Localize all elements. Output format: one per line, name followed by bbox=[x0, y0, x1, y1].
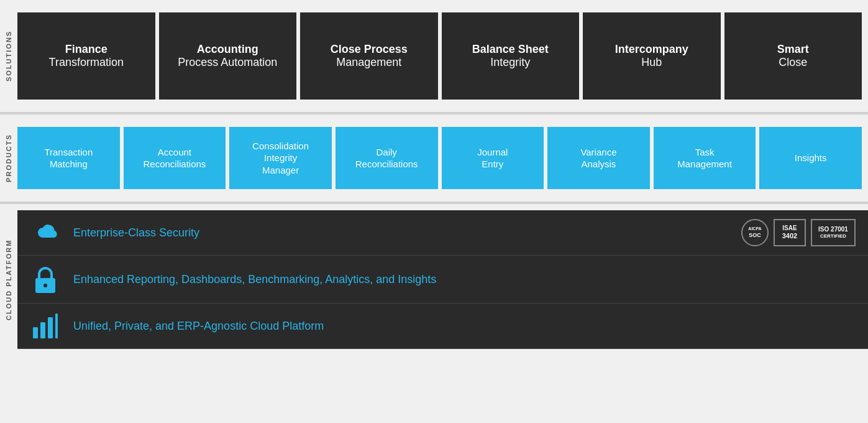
product-label-4b: Entry bbox=[482, 158, 503, 170]
solution-title-light-0: Transformation bbox=[49, 56, 124, 69]
solution-title-bold-2: Close Process bbox=[331, 43, 408, 56]
badge-iso-line2: CERTIFIED bbox=[820, 233, 846, 239]
svg-rect-4 bbox=[48, 317, 53, 338]
product-card-daily[interactable]: Daily Reconciliations bbox=[336, 127, 438, 189]
solutions-label: SOLUTIONS bbox=[0, 6, 17, 106]
cloud-row-security: Enterprise-Class Security AICPA SOC ISAE… bbox=[17, 210, 868, 256]
badge-iso: ISO 27001 CERTIFIED bbox=[811, 219, 856, 246]
cloud-icon bbox=[30, 221, 61, 244]
product-label-2: Consolidation bbox=[252, 140, 309, 152]
solutions-section: SOLUTIONS Finance Transformation Account… bbox=[0, 0, 868, 112]
lock-icon bbox=[30, 264, 61, 294]
badge-isae-line2: 3402 bbox=[782, 232, 797, 240]
solution-title-bold-5: Smart bbox=[777, 43, 809, 56]
badge-iso-line1: ISO 27001 bbox=[818, 226, 848, 233]
solution-title-light-1: Process Automation bbox=[178, 56, 277, 69]
badge-isae-line1: ISAE bbox=[782, 225, 797, 232]
products-grid: Transaction Matching Account Reconciliat… bbox=[17, 121, 868, 195]
solution-title-light-4: Hub bbox=[641, 56, 662, 69]
solution-card-balance[interactable]: Balance Sheet Integrity bbox=[442, 12, 580, 100]
cloud-row-platform: Unified, Private, and ERP-Agnostic Cloud… bbox=[17, 304, 868, 349]
product-card-task[interactable]: Task Management bbox=[654, 127, 756, 189]
products-section: PRODUCTS Transaction Matching Account Re… bbox=[0, 114, 868, 202]
product-label-6b: Management bbox=[677, 158, 732, 170]
solution-title-light-5: Close bbox=[779, 56, 807, 69]
product-label-1: Account bbox=[158, 146, 191, 159]
product-label-5b: Analysis bbox=[582, 158, 616, 170]
product-card-insights[interactable]: Insights bbox=[759, 127, 862, 189]
product-card-consolidation[interactable]: Consolidation Integrity Manager bbox=[229, 127, 332, 189]
page-wrapper: SOLUTIONS Finance Transformation Account… bbox=[0, 0, 868, 349]
product-label-1b: Reconciliations bbox=[143, 158, 206, 170]
chart-icon bbox=[30, 312, 61, 340]
solutions-grid: Finance Transformation Accounting Proces… bbox=[17, 6, 868, 106]
product-label-0b: Matching bbox=[50, 158, 88, 170]
product-label-0: Transaction bbox=[44, 146, 93, 159]
product-label-3b: Reconciliations bbox=[355, 158, 418, 170]
product-card-transaction[interactable]: Transaction Matching bbox=[17, 127, 120, 189]
product-card-account[interactable]: Account Reconciliations bbox=[124, 127, 226, 189]
cloud-platform-label: CLOUD PLATFORM bbox=[0, 210, 17, 349]
products-label: PRODUCTS bbox=[0, 121, 17, 195]
solution-card-accounting[interactable]: Accounting Process Automation bbox=[159, 12, 297, 100]
product-label-2b: Integrity bbox=[264, 152, 297, 164]
cloud-row-security-text: Enterprise-Class Security bbox=[73, 226, 741, 239]
cloud-section: CLOUD PLATFORM Enterprise-Class Security… bbox=[0, 204, 868, 349]
badge-aicpa-line1: AICPA bbox=[748, 226, 761, 231]
solution-title-bold-0: Finance bbox=[65, 43, 107, 56]
product-card-journal[interactable]: Journal Entry bbox=[442, 127, 544, 189]
cloud-row-reporting: Enhanced Reporting, Dashboards, Benchmar… bbox=[17, 256, 868, 304]
cloud-row-reporting-text: Enhanced Reporting, Dashboards, Benchmar… bbox=[73, 273, 856, 286]
product-label-5: Variance bbox=[580, 146, 616, 159]
solution-card-close[interactable]: Close Process Management bbox=[300, 12, 438, 100]
svg-rect-3 bbox=[40, 322, 45, 338]
solution-title-light-2: Management bbox=[336, 56, 401, 69]
product-card-variance[interactable]: Variance Analysis bbox=[547, 127, 650, 189]
solution-title-bold-3: Balance Sheet bbox=[472, 43, 549, 56]
product-label-7: Insights bbox=[795, 152, 827, 164]
product-label-4: Journal bbox=[477, 146, 508, 159]
solution-title-bold-4: Intercompany bbox=[615, 43, 688, 56]
badge-aicpa-line2: SOC bbox=[749, 232, 761, 239]
cloud-rows: Enterprise-Class Security AICPA SOC ISAE… bbox=[17, 210, 868, 349]
product-label-2c: Manager bbox=[262, 164, 299, 177]
svg-rect-2 bbox=[33, 327, 38, 338]
product-label-3: Daily bbox=[377, 146, 397, 159]
solution-title-bold-1: Accounting bbox=[197, 43, 258, 56]
svg-rect-5 bbox=[55, 314, 58, 338]
badge-isae: ISAE 3402 bbox=[774, 219, 806, 246]
svg-point-1 bbox=[43, 284, 47, 287]
cloud-badges: AICPA SOC ISAE 3402 ISO 27001 CERTIFIED bbox=[741, 219, 856, 246]
badge-aicpa: AICPA SOC bbox=[741, 219, 769, 246]
cloud-row-platform-text: Unified, Private, and ERP-Agnostic Cloud… bbox=[73, 320, 856, 333]
product-label-6: Task bbox=[695, 146, 715, 159]
solution-card-intercompany[interactable]: Intercompany Hub bbox=[583, 12, 721, 100]
solution-title-light-3: Integrity bbox=[490, 56, 530, 69]
solution-card-finance[interactable]: Finance Transformation bbox=[17, 12, 155, 100]
solution-card-smart[interactable]: Smart Close bbox=[724, 12, 862, 100]
